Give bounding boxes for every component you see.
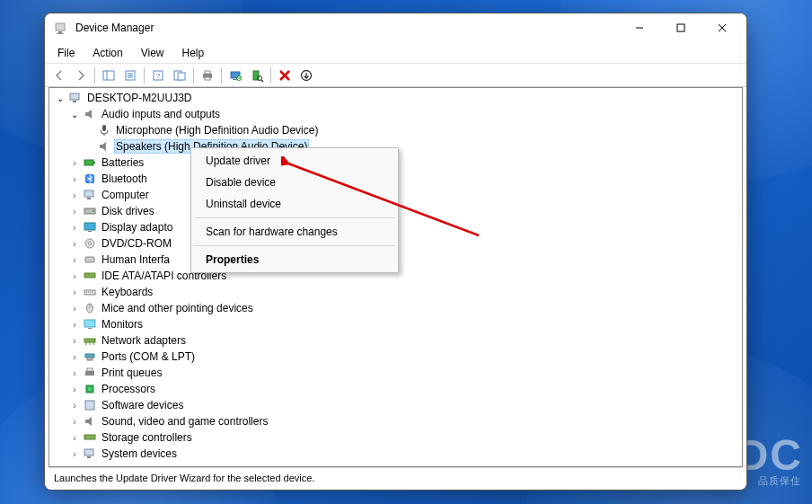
print-button[interactable] — [197, 66, 218, 85]
ctx-update-driver[interactable]: Update driver — [193, 150, 396, 172]
expander-icon[interactable]: › — [67, 385, 82, 394]
menu-action[interactable]: Action — [84, 45, 131, 61]
device-manager-window: Device Manager File Action View Help ? ⌄… — [44, 13, 747, 491]
scan-button[interactable] — [246, 66, 268, 85]
properties-button[interactable] — [119, 66, 141, 85]
port-icon — [82, 349, 98, 364]
expander-icon[interactable]: › — [67, 207, 82, 217]
action-button[interactable] — [169, 66, 190, 85]
tree-software[interactable]: ›Software devices — [49, 397, 742, 413]
status-bar: Launches the Update Driver Wizard for th… — [49, 467, 743, 487]
svg-rect-36 — [84, 190, 93, 197]
maximize-button[interactable] — [660, 13, 702, 42]
ctx-disable-device[interactable]: Disable device — [193, 172, 396, 193]
tree-sound[interactable]: ›Sound, video and game controllers — [49, 413, 742, 429]
tree-keyboards[interactable]: ›Keyboards — [49, 284, 742, 300]
expander-icon[interactable]: ⌄ — [67, 110, 82, 119]
svg-point-43 — [89, 243, 92, 245]
expander-icon[interactable]: › — [67, 336, 82, 346]
expander-icon[interactable]: › — [67, 174, 82, 184]
expander-icon[interactable]: › — [67, 190, 82, 200]
expander-icon[interactable]: › — [67, 449, 82, 459]
tree-processors[interactable]: ›Processors — [49, 381, 742, 397]
svg-rect-65 — [87, 456, 91, 458]
expander-icon[interactable]: › — [67, 417, 82, 427]
tree-microphone[interactable]: Microphone (High Definition Audio Device… — [49, 122, 742, 138]
expander-icon[interactable]: › — [67, 352, 82, 362]
storage-icon — [82, 430, 98, 445]
ctx-separator — [194, 245, 395, 246]
close-button[interactable] — [702, 13, 743, 42]
titlebar: Device Manager — [45, 13, 746, 42]
show-hide-console-button[interactable] — [98, 66, 119, 85]
help-button[interactable]: ? — [147, 66, 169, 85]
svg-rect-2 — [57, 33, 64, 34]
context-menu: Update driver Disable device Uninstall d… — [190, 147, 399, 273]
svg-rect-19 — [205, 77, 210, 80]
svg-rect-44 — [85, 257, 94, 262]
speaker-icon — [82, 107, 98, 121]
menu-view[interactable]: View — [132, 45, 173, 61]
svg-rect-7 — [103, 71, 114, 80]
svg-rect-4 — [677, 24, 684, 31]
ctx-uninstall-device[interactable]: Uninstall device — [193, 193, 396, 215]
ctx-properties[interactable]: Properties — [193, 249, 396, 270]
tree-monitors[interactable]: ›Monitors — [49, 316, 742, 332]
svg-rect-40 — [84, 223, 95, 230]
cpu-icon — [82, 382, 98, 396]
expander-icon[interactable]: › — [67, 401, 82, 411]
expander-icon[interactable]: › — [67, 320, 82, 330]
minimize-button[interactable] — [619, 13, 660, 42]
back-button[interactable] — [49, 66, 70, 85]
ide-icon — [82, 269, 98, 283]
tree-system[interactable]: ›System devices — [49, 446, 742, 462]
monitor-icon — [82, 317, 98, 332]
network-icon — [82, 333, 98, 348]
svg-rect-31 — [102, 125, 106, 131]
expander-icon[interactable]: › — [67, 287, 82, 297]
app-icon — [54, 21, 68, 35]
svg-rect-37 — [87, 198, 91, 199]
tree-content[interactable]: ⌄DESKTOP-M2UUJ3D ⌄Audio inputs and outpu… — [49, 87, 743, 467]
expander-icon[interactable]: › — [67, 239, 82, 249]
tree-mice[interactable]: ›Mice and other pointing devices — [49, 300, 742, 316]
expander-icon[interactable]: › — [67, 433, 82, 443]
tree-ports[interactable]: ›Ports (COM & LPT) — [49, 349, 742, 365]
computer-icon — [82, 188, 98, 202]
ctx-separator — [194, 217, 395, 218]
tree-storage[interactable]: ›Storage controllers — [49, 429, 742, 446]
tree-audio[interactable]: ⌄Audio inputs and outputs — [49, 106, 742, 122]
expander-icon[interactable]: › — [67, 255, 82, 265]
toolbar: ? — [45, 64, 746, 87]
svg-rect-51 — [88, 328, 92, 329]
uninstall-button[interactable] — [274, 66, 296, 85]
expander-icon[interactable]: › — [67, 271, 82, 281]
svg-rect-52 — [84, 339, 95, 342]
sound-icon — [82, 414, 98, 429]
menu-file[interactable]: File — [49, 45, 84, 61]
update-driver-button[interactable] — [225, 66, 246, 85]
keyboard-icon — [82, 285, 98, 299]
expander-icon[interactable]: › — [67, 223, 82, 233]
menu-help[interactable]: Help — [173, 45, 214, 61]
svg-rect-29 — [70, 93, 79, 100]
tree-root[interactable]: ⌄DESKTOP-M2UUJ3D — [49, 90, 742, 106]
forward-button[interactable] — [70, 66, 92, 85]
dvd-icon — [82, 236, 98, 251]
disable-button[interactable] — [296, 66, 317, 85]
svg-point-39 — [93, 210, 94, 212]
ctx-scan[interactable]: Scan for hardware changes — [193, 221, 396, 243]
tree-print[interactable]: ›Print queues — [49, 365, 742, 381]
expander-icon[interactable]: › — [67, 158, 82, 168]
expander-icon[interactable]: › — [67, 304, 82, 314]
mouse-icon — [82, 301, 98, 315]
hid-icon — [82, 252, 98, 267]
svg-rect-18 — [205, 71, 210, 74]
svg-rect-57 — [87, 358, 93, 360]
speaker-icon — [96, 139, 112, 154]
tree-network[interactable]: ›Network adapters — [49, 332, 742, 349]
expander-icon[interactable]: › — [67, 368, 82, 378]
expander-icon[interactable]: ⌄ — [53, 93, 67, 103]
svg-rect-56 — [85, 354, 94, 358]
svg-rect-1 — [58, 31, 62, 33]
